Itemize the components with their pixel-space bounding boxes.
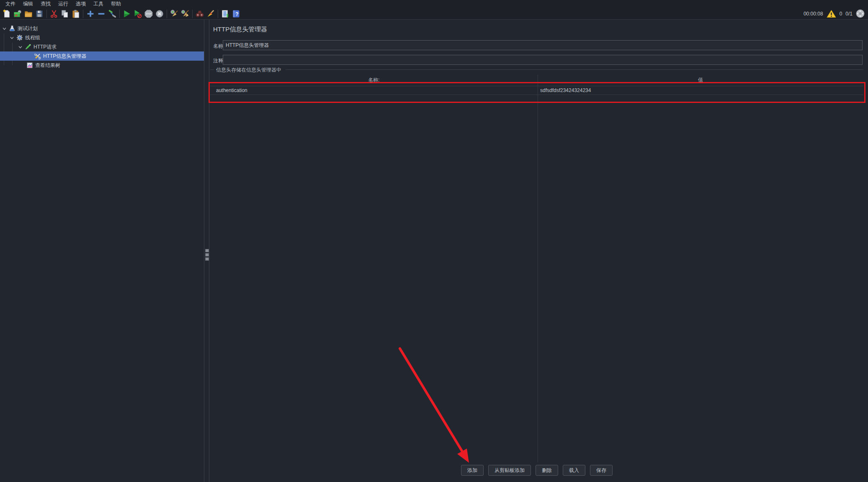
menu-edit[interactable]: 编辑 xyxy=(19,0,37,8)
remove-element-button[interactable] xyxy=(96,8,107,19)
toggle-icon xyxy=(108,9,117,18)
help-button[interactable]: ? xyxy=(231,8,242,19)
menu-run[interactable]: 运行 xyxy=(54,0,72,8)
table-grid-line xyxy=(210,86,863,86)
function-helper-icon xyxy=(221,9,230,18)
table-column-divider[interactable] xyxy=(538,74,538,462)
http-request-icon xyxy=(25,44,31,50)
tree-node-http-request[interactable]: HTTP请求 xyxy=(0,42,204,51)
toolbar-separator xyxy=(167,10,167,18)
new-file-icon xyxy=(2,9,11,18)
thread-group-icon xyxy=(16,34,23,41)
name-input[interactable] xyxy=(223,40,863,50)
add-button[interactable]: 添加 xyxy=(461,465,484,476)
start-no-pauses-icon xyxy=(133,9,142,18)
jmeter-window: 文件 编辑 查找 运行 选项 工具 帮助 STOP ? xyxy=(0,0,868,482)
search-binoculars-icon xyxy=(195,9,204,18)
table-grid-line xyxy=(210,95,863,95)
copy-button[interactable] xyxy=(59,8,70,19)
load-button[interactable]: 载入 xyxy=(563,465,585,476)
panel-splitter[interactable] xyxy=(204,20,209,482)
comment-input[interactable] xyxy=(223,55,863,65)
table-cell-header-value[interactable]: sdfsdfdsf23424324234 xyxy=(540,87,591,93)
tree-node-label: 测试计划 xyxy=(18,25,38,32)
elapsed-timer: 00:00:08 xyxy=(804,11,823,17)
start-play-icon xyxy=(122,9,131,18)
function-helper-button[interactable] xyxy=(220,8,231,19)
tree-node-label: 线程组 xyxy=(25,34,40,41)
toggle-button[interactable] xyxy=(107,8,118,19)
chevron-down-icon[interactable] xyxy=(9,35,15,41)
add-element-button[interactable] xyxy=(85,8,96,19)
start-no-pauses-button[interactable] xyxy=(132,8,143,19)
table-button-bar: 添加 从剪贴板添加 删除 载入 保存 xyxy=(210,465,863,476)
page-title: HTTP信息头管理器 xyxy=(213,26,267,33)
delete-button[interactable]: 删除 xyxy=(536,465,558,476)
templates-icon xyxy=(13,9,22,18)
save-table-button[interactable]: 保存 xyxy=(590,465,613,476)
toolbar-separator xyxy=(83,10,83,18)
shutdown-button[interactable] xyxy=(154,8,165,19)
toolbar-separator xyxy=(119,10,120,18)
menu-search[interactable]: 查找 xyxy=(37,0,54,8)
tree-node-view-results-tree[interactable]: 查看结果树 xyxy=(0,61,204,70)
cut-scissors-icon xyxy=(49,9,59,18)
menu-options[interactable]: 选项 xyxy=(72,0,90,8)
toolbar-separator xyxy=(46,10,47,18)
menu-help[interactable]: 帮助 xyxy=(107,0,125,8)
splitter-grip[interactable] xyxy=(205,249,209,252)
table-header-name[interactable]: 名称: xyxy=(210,77,538,84)
tree-node-label: 查看结果树 xyxy=(35,62,60,69)
splitter-grip[interactable] xyxy=(205,257,209,261)
search-button[interactable] xyxy=(194,8,205,19)
save-button[interactable] xyxy=(34,8,45,19)
paste-clipboard-icon xyxy=(71,9,80,18)
add-from-clipboard-button[interactable]: 从剪贴板添加 xyxy=(488,465,531,476)
chevron-down-icon[interactable] xyxy=(2,26,7,31)
minus-icon xyxy=(97,9,106,18)
tree-node-label: HTTP请求 xyxy=(33,44,57,51)
headers-group-title: 信息头存储在信息头管理器中 xyxy=(215,67,283,74)
tree-node-label: HTTP信息头管理器 xyxy=(43,53,86,60)
status-area: 00:00:08 0 0/1 xyxy=(804,9,868,18)
tree-node-header-manager[interactable]: HTTP信息头管理器 xyxy=(0,51,204,61)
group-border-right xyxy=(286,69,863,70)
start-button[interactable] xyxy=(121,8,132,19)
plus-icon xyxy=(86,9,95,18)
toolbar-separator xyxy=(192,10,193,18)
clear-button[interactable] xyxy=(169,8,180,19)
tree-node-thread-group[interactable]: 线程组 xyxy=(0,33,204,42)
search-reset-button[interactable] xyxy=(205,8,216,19)
tree-node-test-plan[interactable]: 测试计划 xyxy=(0,24,204,33)
group-border-left xyxy=(210,69,214,70)
results-tree-icon xyxy=(26,62,33,69)
open-folder-icon xyxy=(24,9,33,18)
error-count: 0 xyxy=(840,11,842,17)
templates-button[interactable] xyxy=(12,8,23,19)
menu-file[interactable]: 文件 xyxy=(2,0,19,8)
warning-icon[interactable] xyxy=(827,10,836,18)
menu-tools[interactable]: 工具 xyxy=(90,0,107,8)
new-plan-button[interactable] xyxy=(1,8,12,19)
copy-icon xyxy=(60,9,70,18)
test-plan-tree: 测试计划 线程组 HTTP请求 HTTP信息头管理器 查看结果树 xyxy=(0,20,204,482)
threads-sphere-icon xyxy=(856,9,865,18)
cut-button[interactable] xyxy=(49,8,59,19)
chevron-down-icon[interactable] xyxy=(18,44,23,50)
help-book-icon: ? xyxy=(232,9,241,18)
toolbar: STOP ? 00:00:08 0 0/1 xyxy=(0,8,868,20)
open-button[interactable] xyxy=(23,8,34,19)
table-cell-header-name[interactable]: authentication xyxy=(216,87,247,93)
save-icon xyxy=(35,9,44,18)
svg-text:STOP: STOP xyxy=(146,13,152,15)
table-header-value[interactable]: 值 xyxy=(538,77,863,84)
splitter-grip[interactable] xyxy=(205,253,209,256)
stop-button[interactable]: STOP xyxy=(143,8,154,19)
stop-icon: STOP xyxy=(144,9,154,19)
clear-all-button[interactable] xyxy=(180,8,191,19)
paste-button[interactable] xyxy=(70,8,81,19)
toolbar-separator xyxy=(218,10,218,18)
test-plan-icon xyxy=(9,25,15,32)
clear-broom-icon xyxy=(170,9,179,18)
header-manager-panel: HTTP信息头管理器 名称: 注释: 信息头存储在信息头管理器中 名称: 值 a… xyxy=(209,20,868,482)
